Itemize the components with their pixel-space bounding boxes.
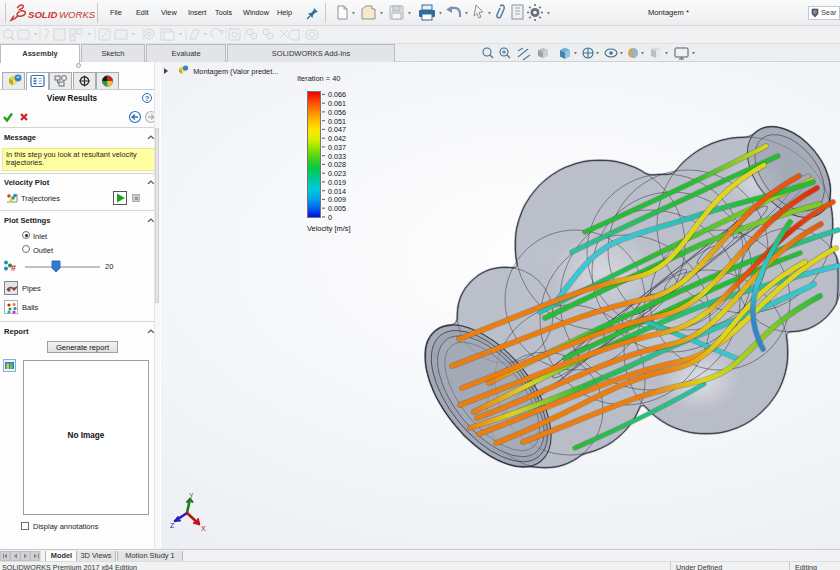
svg-text:#: # — [11, 263, 16, 273]
svg-text:Y: Y — [189, 492, 194, 499]
svg-text:WORKS: WORKS — [59, 9, 96, 20]
svg-text:SOLID: SOLID — [28, 9, 57, 20]
svg-text:Z: Z — [170, 522, 175, 529]
svg-text:X: X — [201, 525, 206, 532]
